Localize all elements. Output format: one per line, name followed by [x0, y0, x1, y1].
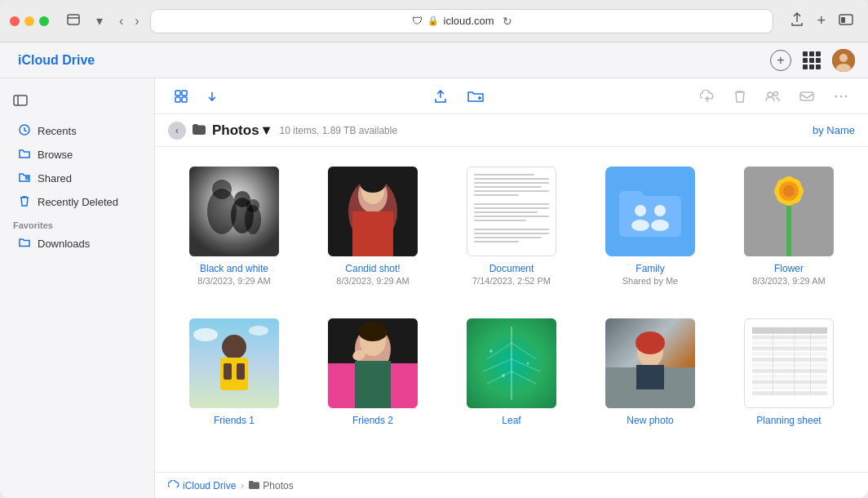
tab-overview-button[interactable] [62, 11, 85, 32]
lock-icon: 🔒 [427, 16, 439, 26]
file-thumb-family [605, 167, 695, 256]
downloads-folder-icon [18, 237, 31, 250]
svg-point-23 [212, 180, 232, 199]
svg-rect-78 [752, 380, 827, 385]
svg-rect-72 [752, 346, 827, 350]
svg-point-16 [774, 91, 778, 96]
minimize-button[interactable] [24, 16, 34, 26]
file-name-flower: Flower [774, 263, 804, 274]
maximize-button[interactable] [39, 16, 49, 26]
svg-rect-80 [752, 391, 827, 395]
file-thumb-flower [744, 167, 834, 256]
svg-rect-3 [841, 17, 845, 23]
file-item-friends1[interactable]: Friends 1 [171, 312, 297, 434]
svg-point-51 [193, 328, 218, 341]
file-date-family: Shared by Me [622, 276, 678, 286]
svg-point-35 [631, 220, 649, 231]
svg-point-15 [768, 92, 773, 97]
sidebar-item-recents[interactable]: Recents [5, 120, 149, 142]
svg-rect-70 [752, 336, 827, 340]
sort-button[interactable]: by Name [813, 124, 855, 136]
file-item-document[interactable]: Document 7/14/2023, 2:52 PM [449, 160, 574, 292]
file-thumb-candid-shot [328, 167, 418, 256]
file-item-friends2[interactable]: Friends 2 [310, 312, 436, 434]
sidebar-item-browse-label: Browse [38, 149, 73, 161]
shared-icon [18, 171, 31, 185]
file-item-black-and-white[interactable]: Black and white 8/3/2023, 9:29 AM [171, 160, 297, 292]
sidebar-toggle-button[interactable] [10, 91, 31, 113]
svg-rect-68 [636, 365, 664, 389]
new-folder-button[interactable] [461, 87, 490, 106]
tab-chevron[interactable]: ▾ [91, 10, 108, 32]
url-bar[interactable]: 🛡 🔒 icloud.com ↻ [151, 10, 773, 33]
svg-point-27 [246, 199, 259, 212]
svg-rect-77 [752, 375, 827, 379]
file-item-candid-shot[interactable]: Candid shot! 8/3/2023, 9:29 AM [310, 160, 436, 292]
svg-point-67 [636, 331, 665, 354]
svg-point-45 [783, 185, 795, 197]
reload-button[interactable]: ↻ [503, 15, 512, 28]
path-subtitle: 10 items, 1.89 TB available [280, 125, 398, 136]
path-chevron-icon: ▾ [263, 122, 270, 139]
svg-point-58 [358, 322, 388, 341]
path-title-text: Photos [212, 122, 259, 139]
trash-disabled-button [728, 87, 752, 106]
svg-rect-12 [182, 91, 187, 96]
svg-point-63 [502, 374, 505, 377]
breadcrumb-root[interactable]: iCloud Drive [168, 480, 236, 491]
sidebar-item-recently-deleted[interactable]: Recently Deleted [5, 191, 149, 213]
file-item-new-photo[interactable]: New photo [587, 312, 713, 434]
add-button[interactable]: + [770, 50, 791, 71]
path-title[interactable]: Photos ▾ [212, 122, 270, 139]
upload-button[interactable] [427, 86, 454, 107]
svg-point-36 [654, 205, 666, 216]
forward-navigation-button[interactable]: › [130, 11, 144, 32]
file-item-flower[interactable]: Flower 8/3/2023, 9:29 AM [726, 160, 852, 292]
svg-rect-13 [175, 97, 180, 102]
tabs-button[interactable] [834, 9, 858, 33]
cloud-upload-disabled-button [693, 87, 721, 106]
file-thumb-friends2 [328, 318, 418, 408]
file-name-family: Family [636, 263, 664, 274]
svg-point-34 [635, 205, 646, 216]
file-date-candid-shot: 8/3/2023, 9:29 AM [336, 276, 409, 286]
file-grid: Black and white 8/3/2023, 9:29 AM [155, 147, 868, 472]
sidebar-item-recently-deleted-label: Recently Deleted [38, 196, 118, 208]
file-thumb-friends1 [189, 318, 279, 408]
back-navigation-button[interactable]: ‹ [114, 11, 128, 32]
file-name-new-photo: New photo [627, 415, 673, 426]
browse-icon [18, 148, 31, 162]
file-thumb-planning-sheet [744, 318, 834, 408]
apps-grid-button[interactable] [799, 48, 824, 73]
file-date-flower: 8/3/2023, 9:29 AM [752, 276, 825, 286]
svg-point-52 [249, 326, 268, 336]
file-name-friends1: Friends 1 [214, 415, 255, 426]
user-avatar[interactable] [832, 49, 855, 72]
sort-toggle-button[interactable] [201, 88, 224, 104]
svg-point-5 [839, 54, 848, 62]
svg-rect-0 [68, 15, 79, 24]
svg-point-19 [840, 95, 843, 97]
file-item-leaf[interactable]: Leaf [449, 312, 574, 434]
svg-rect-39 [786, 203, 791, 256]
sidebar-item-shared[interactable]: Shared [5, 167, 149, 189]
sidebar-item-shared-label: Shared [38, 172, 72, 185]
new-tab-button[interactable]: + [812, 9, 830, 33]
app-title: iCloud Drive [18, 53, 95, 68]
file-thumb-black-and-white [189, 167, 279, 256]
file-item-planning-sheet[interactable]: Planning sheet [726, 312, 852, 434]
sidebar: Recents Browse Shared [0, 78, 155, 498]
sidebar-item-browse[interactable]: Browse [5, 144, 149, 166]
back-button[interactable]: ‹ [168, 122, 186, 140]
share-browser-button[interactable] [786, 9, 808, 33]
file-thumb-new-photo [605, 318, 695, 408]
svg-rect-14 [182, 97, 187, 102]
file-item-family[interactable]: Family Shared by Me [587, 160, 713, 292]
more-options-disabled-button [827, 87, 855, 106]
view-grid-button[interactable] [168, 87, 194, 106]
close-button[interactable] [10, 16, 20, 26]
breadcrumb-root-label: iCloud Drive [183, 480, 236, 491]
svg-rect-50 [237, 363, 245, 380]
svg-point-20 [845, 95, 848, 97]
sidebar-item-downloads[interactable]: Downloads [5, 233, 149, 254]
